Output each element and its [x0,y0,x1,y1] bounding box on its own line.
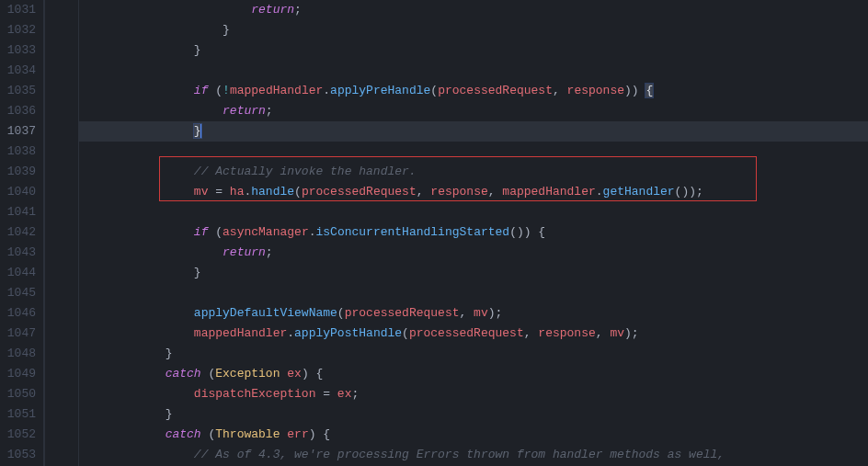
line-number-gutter: 1031 1032 1033 1034 1035 1036 1037 1038 … [0,0,44,466]
code-row[interactable]: if (asyncManager.isConcurrentHandlingSta… [79,222,868,243]
code-row[interactable] [79,61,868,81]
code-row[interactable] [79,283,868,303]
code-row[interactable]: catch (Exception ex) { [79,364,868,384]
line-number: 1051 [0,404,36,425]
code-row[interactable]: } [79,40,868,61]
code-row[interactable]: mv = ha.handle(processedRequest, respons… [79,182,868,202]
line-number: 1053 [0,445,36,465]
line-number: 1036 [0,101,36,121]
line-number: 1038 [0,142,36,162]
line-number: 1052 [0,425,36,445]
code-row[interactable] [79,142,868,162]
code-row[interactable]: return; [79,243,868,263]
code-row[interactable] [79,202,868,222]
line-number: 1043 [0,243,36,263]
line-number: 1047 [0,324,36,344]
code-row[interactable]: } [79,404,868,425]
line-number: 1039 [0,162,36,182]
code-row[interactable]: } [79,344,868,364]
code-row[interactable]: return; [79,0,868,20]
fold-gutter [44,0,79,466]
code-row[interactable]: dispatchException = ex; [79,384,868,404]
code-row[interactable]: } [79,263,868,283]
code-row[interactable]: // As of 4.3, we're processing Errors th… [79,445,868,465]
line-number: 1042 [0,222,36,243]
code-row[interactable]: applyDefaultViewName(processedRequest, m… [79,303,868,324]
line-number: 1050 [0,384,36,404]
line-number: 1033 [0,40,36,61]
line-number: 1031 [0,0,36,20]
code-row[interactable]: catch (Throwable err) { [79,425,868,445]
code-row-current[interactable]: } [79,121,868,142]
line-number: 1046 [0,303,36,324]
code-row[interactable]: if (!mappedHandler.applyPreHandle(proces… [79,81,868,101]
code-row[interactable]: } [79,20,868,40]
code-editor[interactable]: 1031 1032 1033 1034 1035 1036 1037 1038 … [0,0,868,466]
line-number: 1049 [0,364,36,384]
line-number: 1041 [0,202,36,222]
line-number: 1044 [0,263,36,283]
line-number: 1035 [0,81,36,101]
text-cursor [200,124,201,138]
line-number: 1048 [0,344,36,364]
line-number: 1032 [0,20,36,40]
code-row[interactable]: mappedHandler.applyPostHandle(processedR… [79,324,868,344]
line-number: 1040 [0,182,36,202]
code-row[interactable]: // Actually invoke the handler. [79,162,868,182]
line-number-current: 1037 [0,121,36,142]
code-row[interactable]: return; [79,101,868,121]
code-area[interactable]: return; } } if (!mappedHandler.applyPreH… [79,0,868,466]
line-number: 1034 [0,61,36,81]
line-number: 1045 [0,283,36,303]
matching-brace-open: { [645,84,653,97]
code-lines[interactable]: return; } } if (!mappedHandler.applyPreH… [79,0,868,465]
